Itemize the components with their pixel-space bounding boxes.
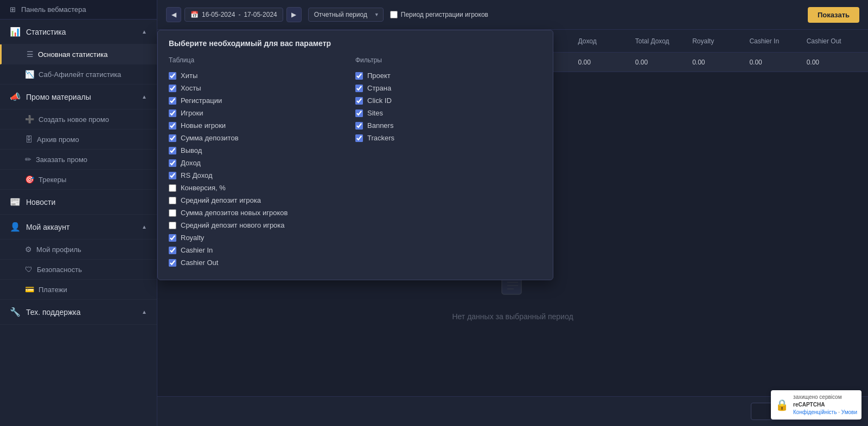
plus-icon: ➕ [25, 115, 34, 124]
sub-chart-icon: 📉 [25, 70, 34, 79]
chevron-up-icon-account: ▲ [142, 224, 147, 230]
sidebar-section-support[interactable]: 🔧 Тех. поддержка ▲ [0, 300, 157, 325]
checkbox-label-cashier-in: Cashier In [181, 246, 213, 254]
checkbox-table-cashier-out[interactable]: Cashier Out [169, 256, 355, 269]
checkbox-table-hosts[interactable]: Хосты [169, 82, 355, 94]
checkbox-table-conversion[interactable]: Конверсия, % [169, 182, 355, 194]
checkbox-label-income: Доход [181, 159, 201, 167]
recaptcha-text: захищено сервісом reCAPTCHA Конфіденційн… [793, 393, 857, 416]
checkbox-filter-label-trackers: Trackers [367, 134, 394, 142]
checkbox-filter-input-trackers[interactable] [355, 134, 363, 142]
checkbox-table-cashier-in[interactable]: Cashier In [169, 244, 355, 256]
checkbox-label-cashier-out: Cashier Out [181, 259, 218, 267]
checkbox-input-withdrawal[interactable] [169, 147, 176, 154]
support-icon: 🔧 [10, 307, 21, 317]
checkbox-input-registrations[interactable] [169, 97, 176, 105]
th-cashier-in: Cashier In [745, 37, 802, 45]
period-select-wrapper[interactable]: Отчетный период [308, 8, 384, 22]
dropdown-table-col: Таблица ХитыХостыРегистрацииИгрокиНовые … [169, 56, 355, 269]
checkbox-table-hits[interactable]: Хиты [169, 69, 355, 82]
recaptcha-terms-link[interactable]: Умови [841, 409, 857, 415]
checkbox-filter-sites[interactable]: Sites [355, 107, 542, 119]
checkbox-input-avg-new-deposit[interactable] [169, 222, 176, 229]
toolbar: ◀ 📅 16-05-2024 - 17-05-2024 ▶ Отчетный п… [157, 0, 868, 30]
td-income: 0.00 [574, 59, 631, 66]
checkbox-input-hits[interactable] [169, 72, 176, 80]
checkbox-filter-input-project[interactable] [355, 72, 363, 80]
sidebar-section-statistics[interactable]: 📊 Статистика ▲ [0, 20, 157, 44]
checkbox-table-rs-income[interactable]: RS Доход [169, 169, 355, 182]
checkbox-input-new-players[interactable] [169, 122, 176, 130]
checkbox-table-withdrawal[interactable]: Вывод [169, 144, 355, 157]
checkbox-label-royalty: Royalty [181, 234, 204, 242]
checkbox-filter-banners[interactable]: Banners [355, 119, 542, 132]
td-royalty: 0.00 [688, 59, 745, 66]
checkbox-filter-input-country[interactable] [355, 85, 363, 92]
show-button[interactable]: Показать [808, 7, 859, 23]
checkbox-table-avg-deposit[interactable]: Средний депозит игрока [169, 194, 355, 206]
sidebar-section-news[interactable]: 📰 Новости [0, 190, 157, 215]
sidebar-item-create-promo[interactable]: ➕ Создать новое промо [0, 109, 157, 130]
sidebar-item-sub-affiliate[interactable]: 📉 Саб-Афилейт статистика [0, 64, 157, 85]
archive-icon: 🗄 [25, 135, 33, 144]
checkbox-label-deposit-sum: Сумма депозитов [181, 134, 239, 142]
checkbox-filter-input-banners[interactable] [355, 122, 363, 130]
webmaster-panel-link[interactable]: ⊞ Панель вебмастера [0, 0, 157, 20]
registration-period-checkbox-area: Период регистрации игроков [390, 11, 488, 18]
sidebar-item-security[interactable]: 🛡 Безопасность [0, 260, 157, 280]
checkbox-filter-input-click-id[interactable] [355, 97, 363, 105]
sidebar-section-promo[interactable]: 📣 Промо материалы ▲ [0, 85, 157, 109]
checkbox-label-conversion: Конверсия, % [181, 184, 226, 192]
checkbox-filter-input-sites[interactable] [355, 109, 363, 117]
checkbox-input-players[interactable] [169, 109, 176, 117]
checkbox-table-avg-new-deposit[interactable]: Средний депозит нового игрока [169, 219, 355, 231]
checkbox-input-royalty[interactable] [169, 234, 176, 242]
checkbox-input-conversion[interactable] [169, 184, 176, 192]
checkbox-filter-label-banners: Banners [367, 121, 393, 130]
checkbox-table-royalty[interactable]: Royalty [169, 231, 355, 244]
checkbox-input-hosts[interactable] [169, 85, 176, 92]
prev-date-button[interactable]: ◀ [166, 7, 181, 22]
checkbox-table-income[interactable]: Доход [169, 157, 355, 169]
dropdown-columns: Таблица ХитыХостыРегистрацииИгрокиНовые … [169, 56, 542, 269]
chart-icon: 📊 [10, 27, 21, 37]
date-navigation: ◀ 📅 16-05-2024 - 17-05-2024 ▶ [166, 7, 302, 22]
list-icon: ☰ [27, 50, 34, 59]
checkbox-table-deposit-sum[interactable]: Сумма депозитов [169, 132, 355, 144]
sidebar-item-trackers[interactable]: 🎯 Трекеры [0, 170, 157, 190]
checkbox-input-cashier-out[interactable] [169, 259, 176, 267]
main-content: ◀ 📅 16-05-2024 - 17-05-2024 ▶ Отчетный п… [157, 0, 868, 426]
tracker-icon: 🎯 [25, 175, 34, 184]
checkbox-input-income[interactable] [169, 159, 176, 167]
checkbox-input-cashier-in[interactable] [169, 247, 176, 254]
checkbox-input-deposit-sum[interactable] [169, 134, 176, 142]
checkbox-filter-project[interactable]: Проект [355, 69, 542, 82]
dropdown-filters-col: Фильтры ПроектСтранаClick IDSitesBanners… [355, 56, 542, 269]
sidebar-item-profile[interactable]: ⚙ Мой профиль [0, 240, 157, 260]
next-date-button[interactable]: ▶ [286, 7, 302, 22]
checkbox-input-new-player-deposit-sum[interactable] [169, 209, 176, 217]
checkbox-table-players[interactable]: Игроки [169, 107, 355, 119]
profile-icon: ⚙ [25, 245, 32, 254]
period-select[interactable]: Отчетный период [308, 8, 384, 22]
sidebar-section-account[interactable]: 👤 Мой аккаунт ▲ [0, 215, 157, 240]
recaptcha-privacy-link[interactable]: Конфіденційність [793, 409, 837, 415]
sidebar-item-order-promo[interactable]: ✏ Заказать промо [0, 150, 157, 170]
checkbox-table-new-players[interactable]: Новые игроки [169, 119, 355, 132]
sidebar-item-archive-promo[interactable]: 🗄 Архив промо [0, 130, 157, 150]
checkbox-label-players: Игроки [181, 109, 203, 117]
registration-period-checkbox[interactable] [390, 11, 398, 18]
checkbox-label-hosts: Хосты [181, 84, 201, 92]
empty-state-text: Нет данных за выбранный период [452, 312, 573, 321]
sidebar-item-basic-stats[interactable]: ☰ Основная статистика [0, 44, 157, 64]
sidebar-item-payments[interactable]: 💳 Платежи [0, 280, 157, 300]
checkbox-filter-label-sites: Sites [367, 109, 383, 117]
checkbox-filter-click-id[interactable]: Click ID [355, 94, 542, 107]
checkbox-input-avg-deposit[interactable] [169, 197, 176, 204]
checkbox-table-registrations[interactable]: Регистрации [169, 94, 355, 107]
checkbox-filter-country[interactable]: Страна [355, 82, 542, 94]
checkbox-table-new-player-deposit-sum[interactable]: Сумма депозитов новых игроков [169, 206, 355, 219]
checkbox-input-rs-income[interactable] [169, 172, 176, 179]
checkbox-filter-trackers[interactable]: Trackers [355, 132, 542, 144]
checkbox-label-avg-deposit: Средний депозит игрока [181, 196, 261, 204]
